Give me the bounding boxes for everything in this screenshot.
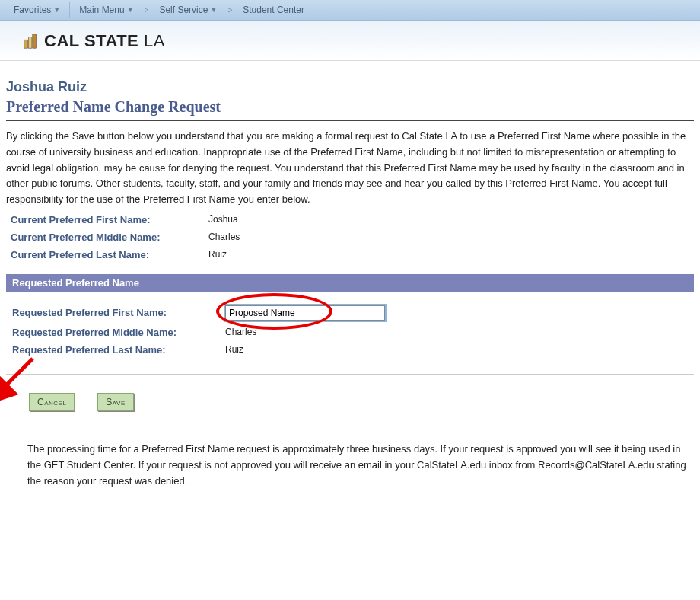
breadcrumb-separator-icon: >: [224, 6, 235, 14]
processing-note: The processing time for a Preferred Firs…: [27, 442, 694, 489]
top-nav: Favorites ▼ Main Menu ▼ > Self Service ▼…: [0, 0, 700, 21]
requested-middle-row: Requested Preferred Middle Name: Charles: [6, 327, 694, 338]
building-icon: [23, 33, 40, 49]
svg-rect-1: [28, 37, 32, 49]
nav-student-center[interactable]: Student Center: [235, 0, 312, 20]
requested-section-header: Requested Preferred Name: [6, 274, 694, 292]
requested-middle-label: Requested Preferred Middle Name:: [6, 327, 225, 338]
requested-last-value: Ruiz: [225, 344, 243, 355]
current-middle-label: Current Preferred Middle Name:: [11, 231, 208, 243]
current-middle-row: Current Preferred Middle Name: Charles: [11, 231, 694, 243]
nav-self-service[interactable]: Self Service ▼: [151, 0, 224, 20]
save-button[interactable]: Save: [97, 393, 133, 411]
cancel-button[interactable]: Cancel: [29, 393, 75, 411]
breadcrumb-separator-icon: >: [142, 6, 152, 14]
student-name: Joshua Ruiz: [6, 79, 694, 95]
nav-favorites-label: Favorites: [14, 5, 51, 15]
logo-text: CAL STATE LA: [44, 31, 165, 51]
page-title: Preferred Name Change Request: [6, 98, 694, 121]
caret-down-icon: ▼: [53, 6, 60, 14]
logo-thin: LA: [138, 31, 165, 50]
current-first-value: Joshua: [208, 214, 238, 225]
nav-student-center-label: Student Center: [243, 5, 304, 15]
nav-divider: [69, 2, 70, 18]
content-area: Joshua Ruiz Preferred Name Change Reques…: [0, 61, 700, 512]
nav-favorites[interactable]: Favorites ▼: [6, 0, 68, 20]
current-last-row: Current Preferred Last Name: Ruiz: [11, 249, 694, 260]
current-last-label: Current Preferred Last Name:: [11, 249, 208, 260]
current-middle-value: Charles: [208, 231, 240, 242]
caret-down-icon: ▼: [210, 6, 217, 14]
requested-first-input[interactable]: [225, 305, 385, 321]
divider-line: [6, 374, 694, 375]
requested-last-row: Requested Preferred Last Name: Ruiz: [6, 344, 694, 356]
nav-self-service-label: Self Service: [159, 5, 208, 15]
nav-main-menu[interactable]: Main Menu ▼: [72, 0, 141, 20]
current-first-label: Current Preferred First Name:: [11, 214, 208, 225]
requested-middle-value: Charles: [225, 327, 256, 337]
button-row: Cancel Save: [29, 393, 694, 411]
disclaimer-text: By clicking the Save button below you un…: [6, 129, 694, 208]
caret-down-icon: ▼: [127, 6, 134, 14]
requested-last-label: Requested Preferred Last Name:: [6, 344, 225, 356]
nav-main-menu-label: Main Menu: [79, 5, 124, 15]
logo-band: CAL STATE LA: [0, 21, 700, 61]
requested-first-row: Requested Preferred First Name:: [6, 305, 694, 321]
logo-bold: CAL STATE: [44, 31, 138, 50]
current-first-row: Current Preferred First Name: Joshua: [11, 214, 694, 225]
svg-rect-0: [24, 40, 28, 48]
current-names-block: Current Preferred First Name: Joshua Cur…: [11, 214, 694, 260]
requested-first-label: Requested Preferred First Name:: [6, 307, 225, 318]
svg-rect-2: [33, 34, 37, 48]
requested-names-block: Requested Preferred First Name: Requeste…: [6, 292, 694, 366]
current-last-value: Ruiz: [208, 249, 227, 260]
